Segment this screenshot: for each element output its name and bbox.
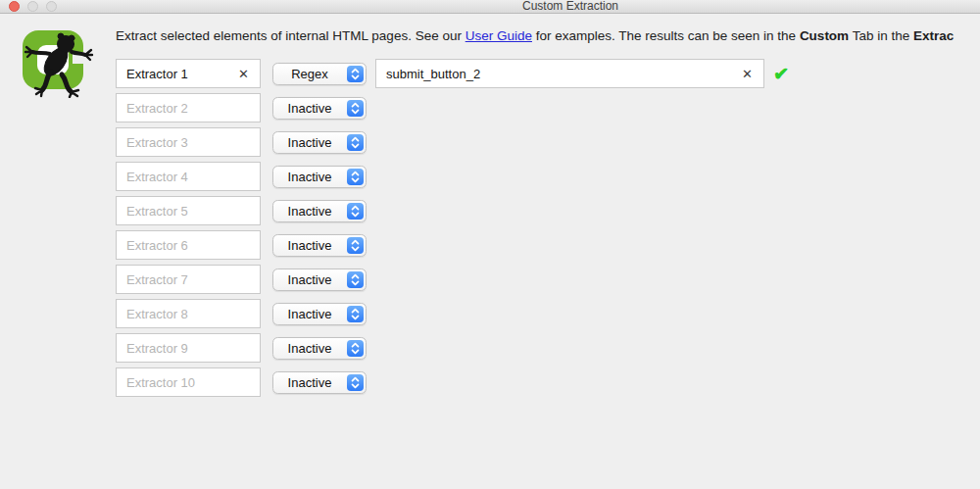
extractor-3-name-field <box>116 127 261 157</box>
dialog-content: Extract selected elements of internal HT… <box>0 14 980 489</box>
extractor-5-mode-dropdown[interactable]: Inactive <box>272 200 367 222</box>
zoom-button <box>46 1 57 12</box>
stepper-icon <box>347 169 364 185</box>
window-title: Custom Extraction <box>522 0 618 13</box>
extractor-4-mode-dropdown[interactable]: Inactive <box>272 166 367 188</box>
valid-check-icon: ✔ <box>773 64 790 83</box>
extractor-3-mode-dropdown[interactable]: Inactive <box>272 131 367 154</box>
user-guide-link[interactable]: User Guide <box>466 28 532 43</box>
extractor-8-name-input[interactable] <box>117 301 260 326</box>
extractor-row-5: Inactive <box>116 196 789 225</box>
extractor-2-mode-dropdown[interactable]: Inactive <box>272 97 367 120</box>
stepper-icon <box>347 306 364 322</box>
description-text: Extract selected elements of internal HT… <box>116 28 980 43</box>
extractor-row-4: Inactive <box>116 162 789 191</box>
extractor-row-1: ✕ Regex ✕ ✔ <box>116 59 789 88</box>
extractor-5-name-field <box>116 196 261 225</box>
clear-value-icon[interactable]: ✕ <box>742 68 763 80</box>
extractor-row-9: Inactive <box>116 333 789 363</box>
description-part2: for examples. The results can be seen in… <box>532 28 800 43</box>
extractor-4-name-field <box>116 162 261 191</box>
extractor-9-mode-dropdown[interactable]: Inactive <box>272 337 367 360</box>
extractor-1-name-input[interactable] <box>117 61 238 86</box>
extractor-9-name-input[interactable] <box>117 335 260 361</box>
extractor-1-mode-dropdown[interactable]: Regex <box>272 63 367 85</box>
extractor-6-mode-dropdown[interactable]: Inactive <box>272 234 367 257</box>
extractor-7-mode-dropdown[interactable]: Inactive <box>272 269 367 291</box>
extractor-2-name-field <box>116 93 261 122</box>
stepper-icon <box>347 271 364 288</box>
extractor-row-10: Inactive <box>116 367 789 397</box>
extractor-row-2: Inactive <box>116 93 789 122</box>
extractor-10-name-field <box>116 367 261 397</box>
description-part1: Extract selected elements of internal HT… <box>116 28 466 43</box>
extractor-6-name-input[interactable] <box>117 232 260 258</box>
extractor-1-value-input[interactable] <box>376 61 742 86</box>
extractor-row-7: Inactive <box>116 265 789 294</box>
stepper-icon <box>347 237 364 254</box>
extractor-4-name-input[interactable] <box>117 164 260 189</box>
extractor-8-name-field <box>116 299 261 328</box>
screaming-frog-logo-icon <box>18 27 96 98</box>
extractor-row-6: Inactive <box>116 230 789 260</box>
traffic-lights <box>9 1 57 12</box>
extractor-8-mode-dropdown[interactable]: Inactive <box>272 303 367 325</box>
description-bold-custom: Custom <box>800 28 849 43</box>
extractor-9-name-field <box>116 333 261 363</box>
stepper-icon <box>347 100 364 117</box>
extractor-row-8: Inactive <box>116 299 789 328</box>
stepper-icon <box>347 134 364 151</box>
extractor-1-name-field: ✕ <box>116 59 261 88</box>
extractor-10-mode-dropdown[interactable]: Inactive <box>272 371 367 394</box>
extractor-6-name-field <box>116 230 261 260</box>
description-part3: Tab in the <box>849 28 913 43</box>
extractor-10-name-input[interactable] <box>117 369 260 395</box>
clear-name-icon[interactable]: ✕ <box>238 68 260 80</box>
close-button[interactable] <box>9 1 20 12</box>
extractor-7-name-field <box>116 265 261 294</box>
stepper-icon <box>347 66 364 82</box>
extractor-7-name-input[interactable] <box>117 267 260 292</box>
extractor-5-name-input[interactable] <box>117 198 260 223</box>
minimize-button <box>27 1 38 12</box>
stepper-icon <box>347 340 364 357</box>
stepper-icon <box>347 203 364 220</box>
extractor-2-name-input[interactable] <box>117 95 260 121</box>
extractor-1-value-field: ✕ <box>375 59 764 88</box>
extractor-3-name-input[interactable] <box>117 129 260 155</box>
titlebar: Custom Extraction <box>0 0 980 14</box>
description-bold-extraction: Extrac <box>913 28 954 43</box>
extractor-row-3: Inactive <box>116 127 789 157</box>
custom-extraction-window: Custom Extraction <box>0 0 980 489</box>
stepper-icon <box>347 374 364 391</box>
extractor-rows: ✕ Regex ✕ ✔ <box>116 59 789 402</box>
